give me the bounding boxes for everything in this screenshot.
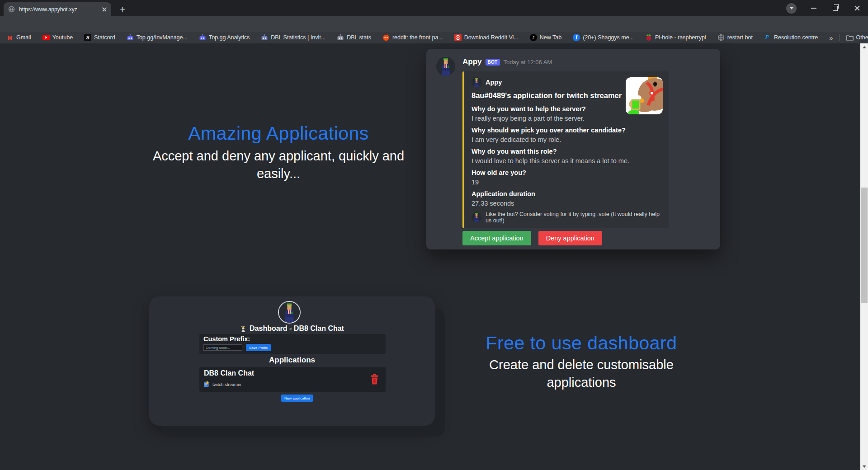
- right-hero-subtitle: Create and delete customisable applicati…: [455, 356, 708, 391]
- footer-avatar: [472, 212, 481, 222]
- bot-name: Appy: [462, 57, 482, 66]
- bookmark-reddit[interactable]: reddit: the front pa...: [382, 34, 443, 41]
- right-hero-title: Free to use dashboard: [446, 333, 717, 354]
- chevron-down-icon: [790, 7, 793, 9]
- tab-search-button[interactable]: [786, 3, 797, 14]
- globe-icon: [717, 34, 725, 41]
- page-scrollbar[interactable]: [860, 43, 868, 470]
- bookmark-label: Top.gg/InvManage...: [137, 34, 188, 41]
- other-bookmarks-label: Other bookmarks: [856, 34, 868, 41]
- bookmark-label: DBL Statistics | Invit...: [271, 34, 326, 41]
- embed-field: Why should we pick you over another cand…: [472, 126, 661, 144]
- embed-field: How old are you? 19: [472, 169, 661, 186]
- bookmark-label: New Tab: [540, 34, 561, 41]
- bookmark-resolution-centre[interactable]: P Resolution centre: [764, 34, 818, 41]
- bookmark-tiktok-newtab[interactable]: ♪ New Tab: [530, 34, 561, 41]
- bookmark-gmail[interactable]: M Gmail: [6, 34, 31, 41]
- custom-prefix-label: Custom Prefix:: [203, 335, 250, 343]
- field-name: Application duration: [472, 190, 661, 198]
- reddit-download-icon: [454, 34, 462, 41]
- minimize-button[interactable]: [803, 0, 824, 16]
- field-name: Why do you want this role?: [472, 147, 661, 155]
- browser-toolbar: appybot.xyz 1 ⋯ 22: [0, 16, 868, 32]
- field-name: Why should we pick you over another cand…: [472, 126, 661, 134]
- raspberry-icon: [645, 34, 652, 41]
- bookmark-label: (20+) Shaggys me...: [583, 34, 634, 41]
- applications-heading: Applications: [149, 356, 435, 365]
- application-name: DB8 Clan Chat: [204, 369, 254, 377]
- bookmark-label: Download Reddit Vi...: [464, 34, 519, 41]
- embed-field: Why do you want this role? I would love …: [472, 147, 661, 165]
- application-list-item[interactable]: DB8 Clan Chat twitch streamer: [199, 367, 386, 392]
- save-prefix-button[interactable]: Save Prefix: [246, 344, 271, 351]
- bookmark-label: reddit: the front pa...: [392, 34, 443, 41]
- application-actions: Accept application Deny application: [462, 231, 602, 245]
- field-value: 27.33 seconds: [472, 199, 661, 207]
- accept-application-button[interactable]: Accept application: [462, 231, 531, 245]
- browser-titlebar: https://www.appybot.xyz +: [0, 0, 868, 16]
- message-header: Appy BOT Today at 12:06 AM: [462, 57, 552, 66]
- custom-prefix-box: Custom Prefix: Save Prefix: [199, 334, 386, 354]
- bookmark-facebook[interactable]: f (20+) Shaggys me...: [573, 34, 634, 41]
- page-content: Amazing Applications Accept and deny any…: [0, 43, 868, 470]
- application-role: twitch streamer: [212, 382, 241, 387]
- bookmark-label: Resolution centre: [774, 34, 818, 41]
- bookmarks-bar: M Gmail Youtube S Statcord Top.gg/InvMan…: [0, 32, 868, 43]
- left-hero-subtitle: Accept and deny any applicant, quickly a…: [152, 147, 405, 183]
- message-timestamp: Today at 12:06 AM: [504, 59, 552, 66]
- bookmark-download-reddit[interactable]: Download Reddit Vi...: [454, 34, 519, 41]
- bookmark-label: Pi-hole - raspberrypi: [655, 34, 706, 41]
- field-value: I really enjoy being a part of the serve…: [472, 114, 661, 122]
- applicant-thumbnail: [626, 77, 663, 114]
- bookmarks-divider: [840, 34, 840, 41]
- bookmark-dbl-statistics[interactable]: DBL Statistics | Invit...: [261, 34, 326, 41]
- embed-footer: Like the bot? Consider voting for it by …: [472, 211, 661, 224]
- restore-button[interactable]: [825, 0, 846, 16]
- bookmarks-overflow-button[interactable]: »: [829, 34, 833, 42]
- dashboard-preview-card: Dashboard - DB8 Clan Chat Custom Prefix:…: [149, 296, 435, 426]
- field-value: I am very dedicated to my role.: [472, 136, 661, 144]
- bookmark-label: Gmail: [16, 34, 31, 41]
- arrow-up-icon: [863, 46, 866, 48]
- bookmarks-right-group: » Other bookmarks: [829, 34, 868, 42]
- scroll-down-button[interactable]: [860, 463, 868, 470]
- embed-field: Application duration 27.33 seconds: [472, 190, 661, 207]
- topgg-robot-icon: [199, 34, 206, 41]
- new-application-button[interactable]: New application: [281, 395, 313, 402]
- statcord-icon: S: [84, 34, 91, 41]
- minimize-icon: [811, 8, 816, 9]
- other-bookmarks-button[interactable]: Other bookmarks: [846, 34, 868, 41]
- bot-badge: BOT: [486, 59, 500, 66]
- gmail-icon: M: [6, 34, 14, 41]
- tiktok-icon: ♪: [530, 34, 537, 41]
- new-tab-button[interactable]: +: [117, 4, 128, 15]
- dbl-robot-icon: [261, 34, 268, 41]
- footer-text: Like the bot? Consider voting for it by …: [486, 211, 661, 224]
- bookmark-topgg-analytics[interactable]: Top.gg Analytics: [199, 34, 250, 41]
- bookmark-dbl-stats[interactable]: DBL stats: [337, 34, 371, 41]
- close-window-button[interactable]: [846, 0, 868, 16]
- application-embed: Appy 8au#0489's application for twitch s…: [462, 71, 669, 228]
- memo-icon: [204, 381, 210, 387]
- bookmark-topgg-invmanage[interactable]: Top.gg/InvManage...: [127, 34, 188, 41]
- delete-application-trash-icon[interactable]: [370, 374, 379, 385]
- tab-close-icon[interactable]: [102, 7, 107, 12]
- dashboard-title: Dashboard - DB8 Clan Chat: [250, 324, 344, 333]
- topgg-robot-icon: [127, 34, 134, 41]
- server-avatar: [278, 301, 301, 324]
- browser-tab[interactable]: https://www.appybot.xyz: [4, 2, 111, 16]
- deny-application-button[interactable]: Deny application: [538, 231, 602, 245]
- bookmark-label: Youtube: [52, 34, 73, 41]
- prefix-input[interactable]: [203, 344, 242, 351]
- bookmark-pihole[interactable]: Pi-hole - raspberrypi: [645, 34, 706, 41]
- application-role-row: twitch streamer: [204, 381, 241, 387]
- field-value: I would love to help this server as it m…: [472, 157, 661, 165]
- close-icon: [854, 5, 860, 11]
- scrollbar-thumb[interactable]: [861, 188, 868, 303]
- bookmark-label: DBL stats: [347, 34, 371, 41]
- scroll-up-button[interactable]: [860, 43, 868, 51]
- bookmark-statcord[interactable]: S Statcord: [84, 34, 115, 41]
- facebook-icon: f: [573, 34, 580, 41]
- bookmark-restart-bot[interactable]: restart bot: [717, 34, 753, 41]
- bookmark-youtube[interactable]: Youtube: [42, 34, 73, 41]
